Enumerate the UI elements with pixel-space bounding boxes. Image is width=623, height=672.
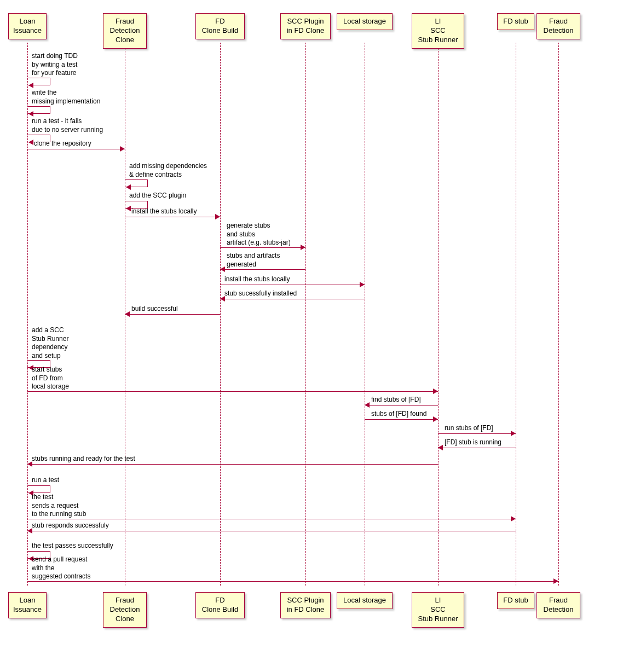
participant-top-fd-clone-build: FD Clone Build: [195, 13, 245, 39]
sequence-diagram: Loan IssuanceLoan IssuanceFraud Detectio…: [5, 5, 618, 667]
arrow-head: [126, 184, 131, 190]
message-arrow: [220, 244, 305, 252]
participant-bottom-fraud-detection: Fraud Detection: [537, 592, 580, 618]
message-arrow: [220, 266, 305, 274]
arrow-head: [27, 461, 32, 467]
message-label: run a test - it fails due to no server r…: [32, 117, 103, 134]
arrow-head: [28, 83, 33, 88]
message-arrow: [220, 281, 365, 289]
message-arrow: [365, 416, 438, 424]
message-label: the test sends a request to the running …: [32, 493, 86, 519]
message-arrow: [27, 146, 125, 153]
arrow-head: [28, 111, 33, 117]
arrow-head: [433, 389, 438, 394]
participant-bottom-fraud-detection-clone: Fraud Detection Clone: [103, 592, 147, 628]
lifeline-fd-clone-build: [220, 43, 221, 586]
message-label: add missing dependencies & define contra…: [129, 162, 207, 179]
message-label: the test passes successfully: [32, 542, 113, 551]
message-label: write the missing implementation: [32, 89, 100, 106]
arrow-head: [438, 445, 443, 450]
participant-bottom-fd-stub: FD stub: [497, 592, 534, 609]
lifeline-fd-stub: [516, 43, 516, 586]
arrow-head: [511, 431, 516, 436]
arrow-head: [120, 146, 125, 152]
arrow-head: [220, 296, 225, 302]
arrow-head: [301, 245, 305, 250]
arrow-head: [125, 311, 130, 317]
message-arrow: [438, 444, 516, 452]
message-label: add the SCC plugin: [129, 192, 186, 200]
message-label: start doing TDD by writing a test for yo…: [32, 52, 78, 78]
participant-top-fd-stub: FD stub: [497, 13, 534, 30]
lifeline-li-scc-stub-runner: [438, 43, 439, 586]
message-label: add a SCC Stub Runner dependency and set…: [32, 326, 68, 360]
arrow-head: [215, 214, 220, 219]
arrow-head: [365, 402, 370, 408]
participant-top-li-scc-stub-runner: LI SCC Stub Runner: [412, 13, 464, 49]
message-arrow: [27, 388, 438, 396]
arrow-head: [27, 528, 32, 534]
lifeline-local-storage: [365, 43, 365, 586]
message-arrow: [27, 461, 438, 468]
message-label: generate stubs and stubs artifact (e.g. …: [227, 222, 291, 247]
arrow-head: [433, 416, 438, 422]
participant-bottom-local-storage: Local storage: [337, 592, 393, 609]
participant-top-fraud-detection: Fraud Detection: [537, 13, 580, 39]
arrow-head: [220, 267, 225, 272]
message-arrow: [365, 402, 438, 409]
message-arrow: [220, 296, 365, 303]
participant-top-loan-issuance: Loan Issuance: [8, 13, 47, 39]
message-arrow: [125, 213, 220, 221]
participant-bottom-li-scc-stub-runner: LI SCC Stub Runner: [412, 592, 464, 628]
message-arrow: [27, 528, 516, 535]
lifeline-scc-plugin-fd-clone: [305, 43, 306, 586]
arrow-head: [360, 282, 365, 287]
lifeline-fraud-detection: [558, 43, 559, 586]
arrow-head: [553, 578, 558, 584]
participant-bottom-fd-clone-build: FD Clone Build: [195, 592, 245, 618]
arrow-head: [28, 140, 33, 145]
participant-bottom-scc-plugin-fd-clone: SCC Plugin in FD Clone: [280, 592, 331, 618]
lifeline-loan-issuance: [27, 43, 28, 586]
arrow-head: [511, 516, 516, 522]
participant-top-local-storage: Local storage: [337, 13, 393, 30]
arrow-head: [126, 206, 131, 211]
message-label: run a test: [32, 476, 59, 485]
message-arrow: [125, 311, 220, 318]
message-label: start stubs of FD from local storage: [32, 366, 69, 391]
participant-bottom-loan-issuance: Loan Issuance: [8, 592, 47, 618]
message-arrow: [438, 430, 516, 438]
participant-top-scc-plugin-fd-clone: SCC Plugin in FD Clone: [280, 13, 331, 39]
participant-top-fraud-detection-clone: Fraud Detection Clone: [103, 13, 147, 49]
message-arrow: [27, 578, 558, 586]
message-label: send a pull request with the suggested c…: [32, 555, 90, 581]
